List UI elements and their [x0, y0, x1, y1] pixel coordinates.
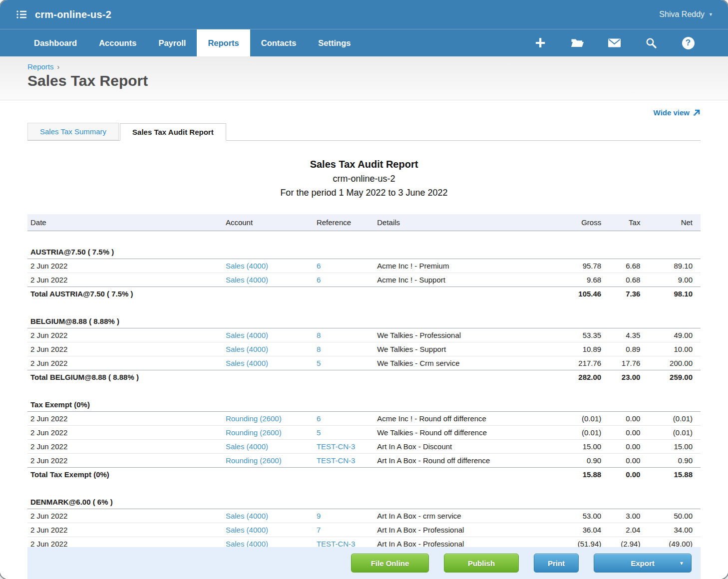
net-cell: 49.00 — [643, 328, 701, 342]
nav-dashboard[interactable]: Dashboard — [23, 29, 88, 56]
top-bar: crm-online-us-2 Shiva Reddy ▼ — [0, 0, 728, 29]
tax-cell: 3.00 — [604, 509, 643, 523]
account-link[interactable]: Sales (4000) — [226, 442, 268, 451]
net-cell: 200.00 — [643, 356, 701, 370]
reference-link[interactable]: 5 — [317, 359, 321, 367]
reference-cell: 6 — [314, 412, 374, 426]
section-header-row: DENMARK@6.00 ( 6% ) — [27, 495, 701, 509]
nav-payroll[interactable]: Payroll — [147, 29, 197, 56]
section-title: AUSTRIA@7.50 ( 7.5% ) — [27, 245, 701, 259]
column-header-gross: Gross — [559, 214, 605, 231]
reference-link[interactable]: 9 — [317, 512, 321, 520]
account-link[interactable]: Sales (4000) — [226, 359, 268, 367]
details-cell: Art In A Box - crm service — [374, 509, 558, 523]
section-header-row: AUSTRIA@7.50 ( 7.5% ) — [27, 245, 701, 259]
section-total-row: Total Tax Exempt (0%)15.880.0015.88 — [27, 468, 701, 482]
reference-link[interactable]: TEST-CN-3 — [317, 442, 356, 451]
tab-sales-tax-audit-report[interactable]: Sales Tax Audit Report — [120, 123, 226, 141]
gross-cell: (0.01) — [559, 426, 605, 440]
tax-cell: 0.00 — [604, 412, 643, 426]
breadcrumb[interactable]: Reports › — [27, 62, 59, 71]
reference-link[interactable]: 8 — [317, 331, 321, 339]
reference-link[interactable]: 6 — [317, 276, 321, 284]
report-table: Date Account Reference Details Gross Tax… — [27, 214, 701, 565]
app-window: crm-online-us-2 Shiva Reddy ▼ Dashboard … — [0, 0, 728, 579]
nav-accounts[interactable]: Accounts — [88, 29, 147, 56]
help-button[interactable]: ? — [681, 36, 695, 50]
tax-cell: 0.00 — [604, 454, 643, 468]
spacer-cell — [27, 300, 701, 314]
total-label: Total BELGIUM@8.88 ( 8.88% ) — [27, 370, 559, 384]
list-menu-icon[interactable] — [15, 7, 29, 21]
spacer-row — [27, 481, 701, 495]
help-icon: ? — [682, 37, 695, 49]
export-button[interactable]: Export ▼ — [594, 554, 692, 573]
net-cell: (0.01) — [643, 412, 701, 426]
print-button[interactable]: Print — [534, 554, 579, 573]
reference-link[interactable]: 6 — [317, 414, 321, 423]
account-cell: Sales (4000) — [223, 523, 314, 537]
nav-reports[interactable]: Reports — [197, 29, 250, 56]
expand-arrow-icon — [693, 109, 701, 117]
column-header-details: Details — [374, 214, 558, 231]
breadcrumb-reports-link[interactable]: Reports — [27, 62, 54, 71]
file-online-button[interactable]: File Online — [351, 554, 429, 573]
account-link[interactable]: Rounding (2600) — [226, 414, 282, 423]
table-row: 2 Jun 2022Sales (4000)TEST-CN-3Art In A … — [27, 440, 701, 454]
tab-sales-tax-summary[interactable]: Sales Tax Summary — [27, 123, 119, 140]
publish-button[interactable]: Publish — [444, 554, 519, 573]
reference-link[interactable]: 5 — [317, 428, 321, 437]
add-new-button[interactable]: + — [533, 36, 547, 50]
net-cell: 50.00 — [643, 509, 701, 523]
net-cell: 89.10 — [643, 259, 701, 273]
reference-link[interactable]: 6 — [317, 262, 321, 270]
account-link[interactable]: Sales (4000) — [226, 262, 268, 270]
details-cell: Acme Inc ! - Premium — [374, 259, 558, 273]
account-link[interactable]: Sales (4000) — [226, 345, 268, 353]
user-menu[interactable]: Shiva Reddy ▼ — [659, 10, 713, 19]
mail-button[interactable] — [607, 36, 621, 50]
reference-link[interactable]: TEST-CN-3 — [317, 456, 356, 465]
spacer-row — [27, 384, 701, 398]
table-row: 2 Jun 2022Sales (4000)8We Talkies - Supp… — [27, 342, 701, 356]
account-link[interactable]: Sales (4000) — [226, 276, 268, 284]
account-cell: Sales (4000) — [223, 328, 314, 342]
gross-cell: 15.00 — [559, 440, 605, 454]
account-link[interactable]: Sales (4000) — [226, 331, 268, 339]
net-total: 15.88 — [643, 468, 701, 482]
account-link[interactable]: Rounding (2600) — [226, 428, 282, 437]
section-title: BELGIUM@8.88 ( 8.88% ) — [27, 314, 701, 328]
reference-cell: 5 — [314, 356, 374, 370]
date-cell: 2 Jun 2022 — [27, 523, 223, 537]
table-row: 2 Jun 2022Rounding (2600)6Acme Inc ! - R… — [27, 412, 701, 426]
wide-view-label: Wide view — [654, 108, 690, 117]
reference-link[interactable]: 7 — [317, 526, 321, 534]
nav-settings[interactable]: Settings — [307, 29, 362, 56]
account-cell: Rounding (2600) — [223, 454, 314, 468]
nav-contacts[interactable]: Contacts — [250, 29, 308, 56]
files-button[interactable] — [570, 36, 584, 50]
section-total-row: Total AUSTRIA@7.50 ( 7.5% )105.467.3698.… — [27, 287, 701, 301]
wide-view-link[interactable]: Wide view — [654, 108, 701, 117]
folder-icon — [571, 37, 584, 48]
account-link[interactable]: Rounding (2600) — [226, 456, 282, 465]
org-menu[interactable]: crm-online-us-2 — [15, 7, 111, 21]
org-name[interactable]: crm-online-us-2 — [35, 9, 111, 20]
table-row: 2 Jun 2022Sales (4000)5We Talkies - Crm … — [27, 356, 701, 370]
account-link[interactable]: Sales (4000) — [226, 512, 268, 520]
user-name: Shiva Reddy — [659, 10, 705, 19]
table-row: 2 Jun 2022Sales (4000)9Art In A Box - cr… — [27, 509, 701, 523]
column-header-tax: Tax — [604, 214, 643, 231]
date-cell: 2 Jun 2022 — [27, 440, 223, 454]
footer-actions: File Online Publish Print Export ▼ — [27, 547, 701, 579]
reference-link[interactable]: 8 — [317, 345, 321, 353]
column-header-date: Date — [27, 214, 223, 231]
search-button[interactable] — [644, 36, 658, 50]
mail-icon — [608, 38, 621, 48]
table-row: 2 Jun 2022Sales (4000)8We Talkies - Prof… — [27, 328, 701, 342]
date-cell: 2 Jun 2022 — [27, 342, 223, 356]
account-link[interactable]: Sales (4000) — [226, 526, 268, 534]
content-area: Wide view Sales Tax Summary Sales Tax Au… — [0, 100, 728, 565]
report-org: crm-online-us-2 — [27, 174, 701, 184]
gross-cell: 53.00 — [559, 509, 605, 523]
